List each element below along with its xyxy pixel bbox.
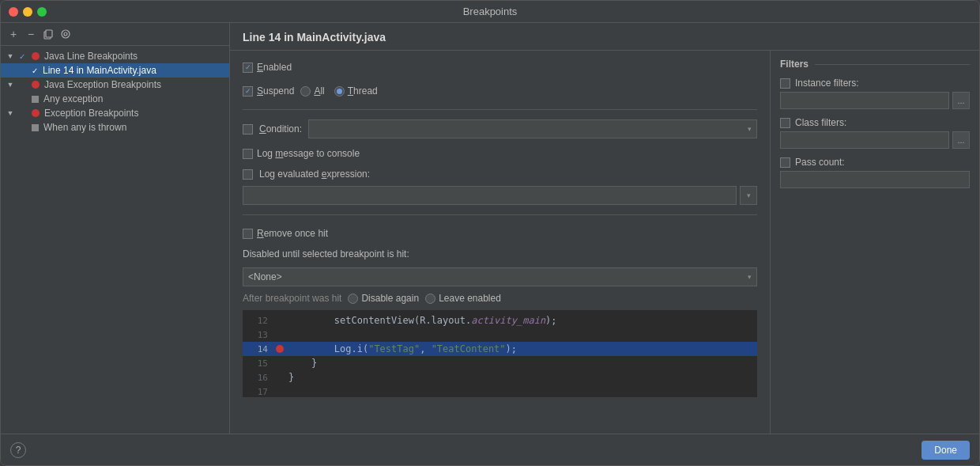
pass-count-input[interactable] bbox=[780, 171, 970, 188]
suspend-label: Suspend bbox=[257, 85, 294, 97]
bp-marker-13 bbox=[274, 329, 285, 340]
tree-group-exception-bp[interactable]: ▼ Exception Breakpoints bbox=[1, 106, 229, 120]
window-title: Breakpoints bbox=[463, 6, 518, 17]
exception-bp-icon bbox=[30, 108, 41, 119]
tree-expand-icon: ▼ bbox=[6, 51, 15, 61]
tree-group-java-line[interactable]: ▼ ✓ Java Line Breakpoints bbox=[1, 49, 229, 63]
line-num-17: 17 bbox=[246, 387, 268, 397]
pass-count-section: Pass count: bbox=[780, 157, 970, 188]
log-message-row: Log message to console bbox=[243, 145, 757, 162]
done-button[interactable]: Done bbox=[922, 441, 970, 460]
pass-count-checkbox[interactable] bbox=[780, 157, 790, 168]
pass-count-row: Pass count: bbox=[780, 157, 970, 168]
disable-again-wrap[interactable]: Disable again bbox=[348, 293, 419, 304]
condition-dropdown[interactable]: ▾ bbox=[308, 119, 757, 138]
divider-1 bbox=[243, 109, 757, 110]
filters-divider bbox=[815, 64, 970, 65]
tree-item-line14[interactable]: ✓ Line 14 in MainActivity.java bbox=[1, 63, 229, 78]
all-radio-label: All bbox=[314, 85, 324, 97]
title-bar: Breakpoints bbox=[1, 1, 979, 23]
thread-radio[interactable] bbox=[334, 86, 345, 97]
filters-panel: Filters Instance filters: ... bbox=[770, 51, 979, 434]
suspend-row: Suspend All Thread bbox=[243, 82, 757, 100]
java-line-bp-icon bbox=[30, 51, 41, 62]
svg-point-2 bbox=[62, 30, 70, 38]
log-message-wrap[interactable]: Log message to console bbox=[243, 148, 360, 159]
leave-enabled-wrap[interactable]: Leave enabled bbox=[425, 293, 501, 304]
tree-check-exception-bp[interactable] bbox=[17, 108, 28, 119]
line-num-13: 13 bbox=[246, 330, 268, 340]
leave-enabled-radio[interactable] bbox=[425, 294, 435, 304]
code-area: 12 setContentView(R.layout.activity_main… bbox=[243, 310, 757, 397]
after-row: After breakpoint was hit Disable again L… bbox=[243, 293, 757, 304]
bp-marker-14 bbox=[274, 343, 285, 354]
suspend-checkbox[interactable] bbox=[243, 86, 253, 97]
tree-check-java-line[interactable]: ✓ bbox=[17, 51, 28, 62]
copy-button[interactable] bbox=[42, 28, 55, 40]
class-filters-row: Class filters: bbox=[780, 117, 970, 128]
breakpoints-window: Breakpoints + − ▼ ✓ Java bbox=[0, 0, 980, 466]
java-exception-icon bbox=[30, 79, 41, 90]
bottom-bar: ? Done bbox=[1, 434, 979, 465]
all-radio-wrap[interactable]: All bbox=[300, 85, 324, 97]
suspend-radio-group: All Thread bbox=[300, 85, 377, 97]
instance-filters-input[interactable] bbox=[780, 92, 949, 109]
log-expression-label: Log evaluated expression: bbox=[259, 169, 370, 180]
remove-once-hit-label: Remove once hit bbox=[257, 228, 328, 239]
remove-button[interactable]: − bbox=[24, 28, 37, 40]
expression-dropdown-arrow[interactable]: ▾ bbox=[740, 186, 757, 205]
detail-title: Line 14 in MainActivity.java bbox=[243, 31, 386, 44]
suspend-checkbox-wrap[interactable]: Suspend bbox=[243, 85, 294, 97]
filters-title: Filters bbox=[780, 59, 808, 70]
enabled-checkbox[interactable] bbox=[243, 63, 253, 73]
close-button[interactable] bbox=[9, 7, 18, 17]
detail-header: Line 14 in MainActivity.java bbox=[230, 23, 979, 51]
condition-label: Condition: bbox=[259, 123, 302, 134]
code-line-17: 17 bbox=[243, 385, 757, 397]
disable-again-radio[interactable] bbox=[348, 294, 358, 304]
tree-check-line14[interactable]: ✓ bbox=[29, 65, 40, 76]
tree-group-exception-bp-label: Exception Breakpoints bbox=[44, 108, 138, 119]
condition-checkbox[interactable] bbox=[243, 124, 253, 134]
class-filters-input[interactable] bbox=[780, 131, 949, 149]
class-filters-btn[interactable]: ... bbox=[952, 131, 970, 149]
tree-group-java-exception[interactable]: ▼ Java Exception Breakpoints bbox=[1, 78, 229, 92]
expression-input-row: ▾ bbox=[243, 186, 757, 205]
disabled-until-row: Disabled until selected breakpoint is hi… bbox=[243, 248, 757, 260]
disabled-until-dropdown[interactable]: <None> ▾ bbox=[243, 267, 757, 286]
bp-marker-15 bbox=[274, 358, 285, 369]
class-filters-checkbox[interactable] bbox=[780, 118, 790, 128]
tree-check-java-exception[interactable] bbox=[17, 79, 28, 90]
leave-enabled-label: Leave enabled bbox=[439, 293, 501, 304]
thread-radio-wrap[interactable]: Thread bbox=[334, 85, 378, 97]
class-filters-label: Class filters: bbox=[795, 117, 846, 128]
add-button[interactable]: + bbox=[7, 28, 20, 40]
bp-marker-17 bbox=[274, 386, 285, 397]
remove-once-hit-wrap[interactable]: Remove once hit bbox=[243, 228, 328, 239]
help-button[interactable]: ? bbox=[10, 442, 26, 458]
instance-filters-input-row: ... bbox=[780, 92, 970, 109]
minimize-button[interactable] bbox=[23, 7, 32, 17]
instance-filters-checkbox[interactable] bbox=[780, 78, 790, 89]
log-message-checkbox[interactable] bbox=[243, 149, 253, 159]
enabled-label: Enabled bbox=[257, 62, 292, 73]
when-any-icon bbox=[29, 122, 40, 133]
enabled-checkbox-wrap[interactable]: Enabled bbox=[243, 62, 292, 73]
all-radio[interactable] bbox=[300, 86, 311, 97]
tree-item-when-any[interactable]: When any is thrown bbox=[1, 120, 229, 134]
code-line-13: 13 bbox=[243, 328, 757, 342]
maximize-button[interactable] bbox=[37, 7, 47, 17]
tree-expand-exception-bp-icon: ▼ bbox=[6, 108, 15, 118]
tree-label-line14: Line 14 in MainActivity.java bbox=[43, 65, 156, 76]
log-expression-checkbox[interactable] bbox=[243, 169, 253, 180]
tree-group-java-exception-label: Java Exception Breakpoints bbox=[44, 79, 161, 90]
line-num-14: 14 bbox=[246, 344, 268, 354]
instance-filters-section: Instance filters: ... bbox=[780, 78, 970, 109]
remove-once-hit-checkbox[interactable] bbox=[243, 229, 253, 239]
settings-button[interactable] bbox=[59, 28, 72, 40]
expression-input[interactable] bbox=[243, 186, 737, 205]
code-content-16: } bbox=[288, 372, 294, 383]
code-content-12: setContentView(R.layout.activity_main); bbox=[288, 315, 557, 326]
tree-item-any-exception[interactable]: Any exception bbox=[1, 92, 229, 106]
instance-filters-btn[interactable]: ... bbox=[952, 92, 970, 109]
